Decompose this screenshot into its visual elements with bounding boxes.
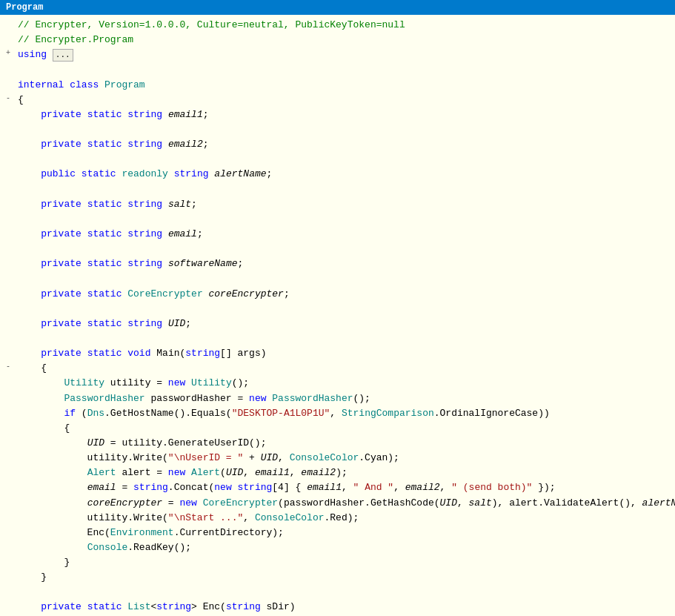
code-text: Utility utility = new Utility(); (16, 376, 675, 391)
code-line: private static string UID; (0, 317, 675, 331)
code-line (0, 585, 675, 600)
code-text (16, 242, 675, 256)
code-text: coreEncrypter = new CoreEncrypter(passwo… (16, 496, 675, 511)
code-text: private static string email; (16, 227, 675, 242)
code-line (0, 302, 675, 317)
code-line: if (Dns.GetHostName().Equals("DESKTOP-A1… (0, 406, 675, 421)
code-text (16, 212, 675, 227)
code-text: if (Dns.GetHostName().Equals("DESKTOP-A1… (16, 406, 675, 421)
code-text: using ... (16, 47, 675, 62)
code-text: { (16, 361, 675, 376)
code-line: private static string salt; (0, 197, 675, 212)
code-line: // Encrypter.Program (0, 33, 675, 47)
code-text: Console.ReadKey(); (16, 540, 675, 555)
code-line (0, 242, 675, 256)
code-line: public static readonly string alertName; (0, 167, 675, 182)
code-text: private static string softwareName; (16, 256, 675, 271)
code-text (16, 302, 675, 317)
code-line: private static string softwareName; (0, 256, 675, 271)
code-line: private static string email1; (0, 107, 675, 122)
title-text: Program (6, 2, 43, 13)
code-line: private static CoreEncrypter coreEncrypt… (0, 287, 675, 302)
code-text (16, 152, 675, 167)
code-text (16, 585, 675, 600)
code-text: internal class Program (16, 78, 675, 93)
code-text (16, 62, 675, 77)
code-line: UID = utility.GenerateUserID(); (0, 436, 675, 451)
code-line: } (0, 570, 675, 585)
code-line: utility.Write("\nStart ...", ConsoleColo… (0, 511, 675, 526)
code-text: private static CoreEncrypter coreEncrypt… (16, 287, 675, 302)
code-text: private static List<string> Enc(string s… (16, 600, 675, 615)
code-line: { (0, 421, 675, 436)
code-line: internal class Program (0, 78, 675, 93)
code-line: private static List<string> Enc(string s… (0, 600, 675, 615)
gutter-marker[interactable]: - (0, 361, 16, 373)
code-text: email = string.Concat(new string[4] { em… (16, 480, 675, 495)
code-text (16, 271, 675, 286)
code-line (0, 152, 675, 167)
code-text (16, 122, 675, 137)
code-line: Alert alert = new Alert(UID, email1, ema… (0, 466, 675, 480)
code-text: } (16, 555, 675, 570)
code-text: public static readonly string alertName; (16, 167, 675, 182)
code-text: PasswordHasher passwordHasher = new Pass… (16, 391, 675, 406)
code-text: // Encrypter, Version=1.0.0.0, Culture=n… (16, 18, 675, 33)
code-text: private static string email1; (16, 107, 675, 122)
code-line: coreEncrypter = new CoreEncrypter(passwo… (0, 496, 675, 511)
code-line: Utility utility = new Utility(); (0, 376, 675, 391)
code-line (0, 212, 675, 227)
code-line: email = string.Concat(new string[4] { em… (0, 480, 675, 495)
code-text: private static string UID; (16, 317, 675, 331)
code-text: utility.Write("\nUserID = " + UID, Conso… (16, 451, 675, 466)
code-line: - { (0, 361, 675, 376)
code-text: private static string email2; (16, 137, 675, 152)
code-text: Alert alert = new Alert(UID, email1, ema… (16, 466, 675, 480)
gutter-marker[interactable]: - (0, 93, 16, 105)
code-text: private static void Main(string[] args) (16, 346, 675, 361)
code-text: private static string salt; (16, 197, 675, 212)
code-line (0, 122, 675, 137)
code-text (16, 182, 675, 197)
code-line (0, 331, 675, 346)
code-line: // Encrypter, Version=1.0.0.0, Culture=n… (0, 18, 675, 33)
code-text: // Encrypter.Program (16, 33, 675, 47)
gutter-marker[interactable]: + (0, 47, 16, 59)
code-line (0, 271, 675, 286)
code-text: utility.Write("\nStart ...", ConsoleColo… (16, 511, 675, 526)
code-text (16, 331, 675, 346)
code-line: private static string email; (0, 227, 675, 242)
code-line: private static void Main(string[] args) (0, 346, 675, 361)
code-line (0, 62, 675, 77)
code-area: // Encrypter, Version=1.0.0.0, Culture=n… (0, 15, 675, 616)
code-line: } (0, 555, 675, 570)
code-line: -{ (0, 93, 675, 107)
fold-using[interactable]: ... (53, 49, 73, 61)
code-text: } (16, 570, 675, 585)
code-text: Enc(Environment.CurrentDirectory); (16, 526, 675, 540)
code-text: { (16, 93, 675, 107)
code-text: { (16, 421, 675, 436)
code-line: utility.Write("\nUserID = " + UID, Conso… (0, 451, 675, 466)
code-line: private static string email2; (0, 137, 675, 152)
code-line: Enc(Environment.CurrentDirectory); (0, 526, 675, 540)
code-line: Console.ReadKey(); (0, 540, 675, 555)
title-bar: Program (0, 0, 675, 15)
code-text: UID = utility.GenerateUserID(); (16, 436, 675, 451)
code-line: +using ... (0, 47, 675, 62)
code-line: PasswordHasher passwordHasher = new Pass… (0, 391, 675, 406)
code-line (0, 182, 675, 197)
